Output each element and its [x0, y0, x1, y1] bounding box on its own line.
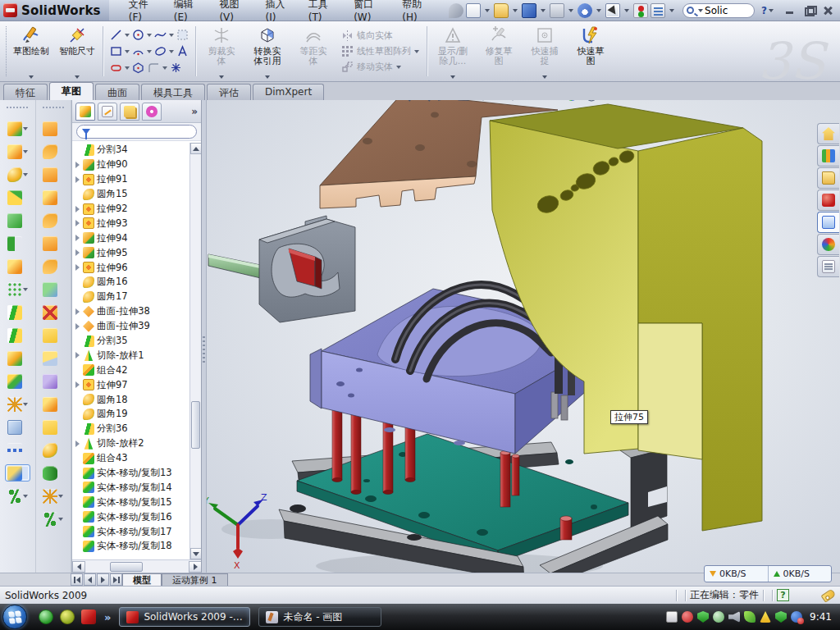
task-button[interactable]: SolidWorks 2009 - ... — [119, 607, 250, 627]
command-tab[interactable]: 模具工具 — [141, 84, 205, 100]
first-tab-button[interactable] — [71, 573, 83, 586]
spline-caret-icon[interactable] — [169, 34, 174, 37]
restore-button[interactable] — [802, 5, 816, 16]
print-icon[interactable] — [550, 3, 564, 18]
menu-item[interactable]: 插入(I) — [257, 0, 298, 25]
smart-dimension-button[interactable]: 智能尺寸 — [54, 21, 100, 81]
scroll-left-button[interactable] — [72, 561, 85, 573]
scroll-up-button[interactable] — [190, 143, 202, 154]
thicken-icon[interactable] — [43, 465, 63, 481]
extrude-cut-icon[interactable] — [7, 144, 28, 159]
untrim-surface-icon[interactable] — [43, 419, 63, 435]
start-button[interactable] — [2, 605, 27, 629]
tree-item[interactable]: 切除-放样2 — [74, 436, 189, 451]
trim-caret-icon[interactable] — [219, 75, 224, 79]
resources-tab[interactable] — [817, 123, 839, 144]
tree-item[interactable]: 拉伸97 — [74, 377, 189, 392]
new-caret-icon[interactable] — [485, 9, 490, 12]
text-tool-icon[interactable] — [176, 44, 189, 58]
wrap-icon[interactable] — [7, 258, 28, 274]
toolbar-grip[interactable] — [2, 26, 7, 76]
display-delete-caret-icon[interactable] — [450, 75, 455, 79]
menu-item[interactable]: 视图(V) — [211, 0, 255, 25]
tree-item[interactable]: 圆角19 — [74, 407, 189, 422]
panel-splitter[interactable] — [202, 100, 207, 573]
fillet-icon[interactable] — [7, 167, 28, 182]
options-caret-icon[interactable] — [669, 9, 674, 12]
rebuild-icon[interactable] — [633, 3, 648, 18]
tree-item[interactable]: 组合42 — [74, 363, 189, 377]
sketch-fillet-icon[interactable] — [147, 61, 161, 75]
knit-surface-icon[interactable] — [43, 442, 63, 458]
property-manager-tab[interactable] — [98, 103, 117, 121]
quick-snaps-caret-icon[interactable] — [542, 75, 547, 79]
power-plan-icon[interactable] — [744, 611, 756, 623]
ellipse-tool-icon[interactable] — [153, 44, 167, 58]
pin-icon[interactable] — [449, 3, 463, 18]
tree-item[interactable]: 拉伸95 — [74, 245, 189, 260]
boundary-surface-icon[interactable] — [43, 189, 63, 205]
undo-caret-icon[interactable] — [596, 9, 601, 12]
last-tab-button[interactable] — [110, 573, 122, 586]
file-explorer-tab[interactable] — [817, 167, 839, 189]
tree-item[interactable]: 拉伸90 — [74, 158, 189, 172]
arc-caret-icon[interactable] — [147, 50, 152, 53]
search-box[interactable] — [682, 3, 755, 18]
tool-caret-icon[interactable] — [23, 495, 28, 498]
help-button[interactable]: ? — [761, 5, 767, 16]
line-caret-icon[interactable] — [125, 34, 130, 37]
offset-entities-button[interactable]: 等距实 体 — [290, 21, 336, 81]
circle-caret-icon[interactable] — [147, 34, 152, 37]
revolved-surface-icon[interactable] — [43, 144, 63, 159]
keyboard-layout-icon[interactable] — [666, 611, 678, 623]
tree-item[interactable]: 曲面-拉伸38 — [74, 304, 189, 319]
spline-tool-icon[interactable] — [7, 488, 28, 504]
horizontal-scroll-thumb[interactable] — [110, 562, 143, 572]
smart-dimension-caret-icon[interactable] — [75, 75, 80, 79]
convert-entities-button[interactable]: 转换实 体引用 — [244, 21, 290, 81]
draft-icon[interactable] — [7, 235, 28, 251]
lofted-surface-icon[interactable] — [43, 167, 63, 182]
offset-surface-icon[interactable] — [43, 258, 63, 274]
ruled-surface-icon[interactable] — [43, 281, 63, 297]
ellipse-caret-icon[interactable] — [169, 50, 174, 53]
reference-plane-icon[interactable] — [7, 419, 28, 435]
volume-icon[interactable] — [728, 611, 740, 623]
menu-item[interactable]: 工具(T) — [300, 0, 344, 25]
flatten-surface-icon[interactable] — [6, 465, 30, 481]
command-tab[interactable]: DimXpert — [253, 84, 324, 100]
tree-vertical-scrollbar[interactable] — [189, 143, 201, 559]
menu-item[interactable]: 窗口(W) — [345, 0, 392, 25]
tree-item[interactable]: 拉伸92 — [74, 202, 189, 217]
repair-sketch-button[interactable]: 修复草 图 — [476, 21, 522, 81]
chamfer-icon[interactable] — [7, 189, 28, 205]
tool-caret-icon[interactable] — [23, 127, 28, 130]
reference-axis-icon[interactable] — [7, 442, 28, 458]
tree-horizontal-scrollbar[interactable] — [72, 559, 202, 573]
delete-hole-icon[interactable] — [43, 304, 63, 320]
tree-item[interactable]: 组合43 — [74, 451, 189, 466]
sync-status-icon[interactable] — [791, 611, 802, 623]
security-alert-icon[interactable] — [682, 611, 693, 623]
undo-icon[interactable] — [578, 3, 592, 18]
spline-tool-icon[interactable] — [153, 28, 167, 42]
combine-bodies-icon[interactable] — [7, 304, 28, 320]
trim-surface-icon[interactable] — [43, 396, 63, 412]
taskbar-clock[interactable]: 9:41 — [810, 611, 832, 623]
line-tool-icon[interactable] — [109, 28, 123, 42]
tree-item[interactable]: 实体-移动/复制18 — [74, 539, 189, 554]
tree-item[interactable]: 圆角16 — [74, 275, 189, 290]
split-icon[interactable] — [7, 327, 28, 343]
scroll-right-button[interactable] — [189, 561, 202, 573]
tool-caret-icon[interactable] — [23, 150, 28, 153]
move-copy-body-icon[interactable] — [7, 373, 28, 389]
trim-entities-button[interactable]: 剪裁实 体 — [199, 21, 244, 81]
messenger-icon[interactable] — [39, 609, 53, 624]
tool-caret-icon[interactable] — [58, 518, 63, 521]
tree-item[interactable]: 圆角15 — [74, 187, 189, 202]
tree-item[interactable]: 分割36 — [74, 422, 189, 436]
menu-item[interactable]: 帮助(H) — [394, 0, 439, 25]
vertical-scroll-thumb[interactable] — [191, 401, 200, 449]
search-input[interactable] — [705, 5, 747, 16]
tree-filter-input[interactable] — [76, 125, 197, 139]
